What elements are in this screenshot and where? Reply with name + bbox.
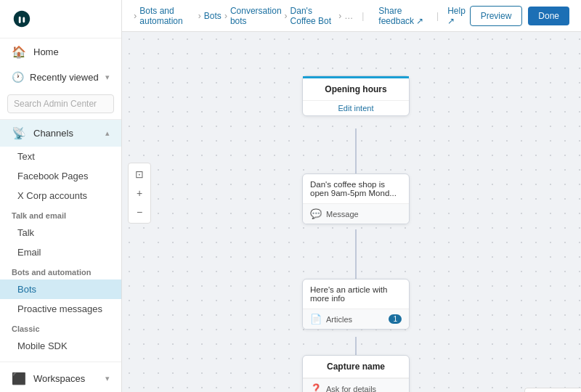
bot-canvas: Opening hours Edit intent Dan's coffee s… [122,32,581,392]
classic-section: Classic [0,319,121,336]
channels-label: Channels [33,128,73,139]
message-footer: 💬 Message [303,203,409,224]
article-node[interactable]: Here's an article with more info 📄 Artic… [302,279,410,330]
sidebar-item-recently-viewed[interactable]: 🕐 Recently viewed ▾ [0,65,121,89]
bots-section: Bots and automation [0,262,121,279]
ask-icon: ❓ [310,383,322,392]
sidebar-sub-facebook[interactable]: Facebook Pages [0,166,121,186]
sidebar-sub-bots[interactable]: Bots [0,279,121,299]
share-feedback-link[interactable]: Share feedback ↗ [378,6,428,26]
workspaces-chevron: ▾ [105,374,110,383]
article-badge: 1 [389,314,402,324]
recently-viewed-label: Recently viewed [30,72,99,83]
article-body: Here's an article with more info [303,279,409,309]
article-label: Articles [326,315,352,324]
channels-chevron: ▴ [105,128,110,138]
message-label: Message [326,210,359,219]
capture-node[interactable]: Capture name ❓ Ask for details [302,355,410,392]
main-area: › Bots and automation › Bots › Conversat… [122,0,581,392]
breadcrumb-arrow: › [134,10,137,21]
connector-2-3 [355,229,357,279]
connector-1-2 [355,128,357,173]
sidebar-sub-email[interactable]: Email [0,242,121,262]
breadcrumb-bots-automation[interactable]: Bots and automation [139,6,195,26]
clock-icon: 🕐 [12,71,24,83]
zoom-fit-button[interactable]: ⊡ [131,166,147,182]
minimap-bars [525,388,581,392]
canvas-controls: ⊡ + − [128,163,151,224]
article-footer: 📄 Articles 1 [303,309,409,329]
search-input[interactable] [7,94,114,113]
message-body: Dan's coffee shop is open 9am-5pm Mond..… [303,174,409,203]
workspaces-icon: ⬛ [12,372,26,385]
sidebar-item-home[interactable]: 🏠 Home [0,38,121,65]
sidebar-sub-xcorp[interactable]: X Corp accounts [0,186,121,205]
channels-icon: 📡 [12,126,26,140]
zoom-out-button[interactable]: − [131,204,147,220]
zoom-in-button[interactable]: + [131,185,147,201]
capture-title: Capture name [303,356,409,378]
opening-hours-node[interactable]: Opening hours Edit intent [302,75,410,116]
capture-footer: ❓ Ask for details [303,378,409,392]
recently-viewed-chevron: ▾ [105,73,110,82]
breadcrumb-bots[interactable]: Bots [204,11,222,21]
breadcrumb-conversation-bots[interactable]: Conversation bots [230,6,282,26]
zendesk-logo [12,9,32,29]
search-area [0,89,121,120]
message-node[interactable]: Dan's coffee shop is open 9am-5pm Mond..… [302,173,410,224]
preview-button[interactable]: Preview [470,6,523,26]
breadcrumb-dans-coffee-bot[interactable]: Dan's Coffee Bot [290,6,336,26]
sidebar-sub-proactive[interactable]: Proactive messages [0,299,121,319]
sidebar: 🏠 Home 🕐 Recently viewed ▾ 📡 Channels ▴ … [0,0,122,392]
home-label: Home [33,46,59,57]
sidebar-item-workspaces[interactable]: ⬛ Workspaces ▾ [0,365,121,392]
sidebar-item-channels[interactable]: 📡 Channels ▴ [0,120,121,147]
done-button[interactable]: Done [528,7,569,25]
sidebar-sub-mobile-sdk[interactable]: Mobile SDK [0,336,121,356]
home-icon: 🏠 [12,45,26,59]
talk-email-section: Talk and email [0,205,121,223]
opening-hours-title: Opening hours [303,76,409,101]
workspaces-label: Workspaces [33,373,85,384]
sidebar-sub-text[interactable]: Text [0,147,121,166]
sidebar-sub-talk[interactable]: Talk [0,223,121,242]
connector-3-4 [355,337,357,355]
breadcrumb: › Bots and automation › Bots › Conversat… [122,0,581,32]
logo-area [0,0,121,38]
ask-label: Ask for details [326,385,376,393]
minimap: ℹ [524,388,581,392]
message-icon: 💬 [310,208,322,219]
article-icon: 📄 [310,314,322,324]
help-link[interactable]: Help ↗ [447,6,466,26]
canvas-inner: Opening hours Edit intent Dan's coffee s… [122,32,581,392]
header-actions: Preview Done [470,6,569,26]
edit-intent-link[interactable]: Edit intent [303,101,409,115]
